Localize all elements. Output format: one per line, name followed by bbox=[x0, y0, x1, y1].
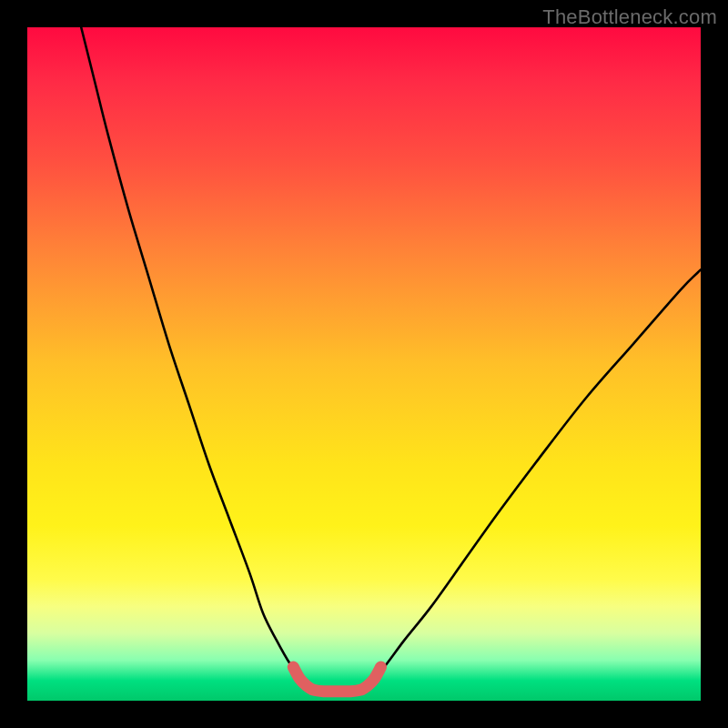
watermark-text: TheBottleneck.com bbox=[542, 5, 717, 29]
right-curve bbox=[360, 269, 701, 687]
bottom-segment bbox=[293, 667, 380, 692]
curve-layer bbox=[27, 27, 701, 701]
chart-frame: TheBottleneck.com bbox=[0, 0, 728, 728]
plot-area bbox=[27, 27, 701, 701]
left-curve bbox=[81, 27, 313, 687]
